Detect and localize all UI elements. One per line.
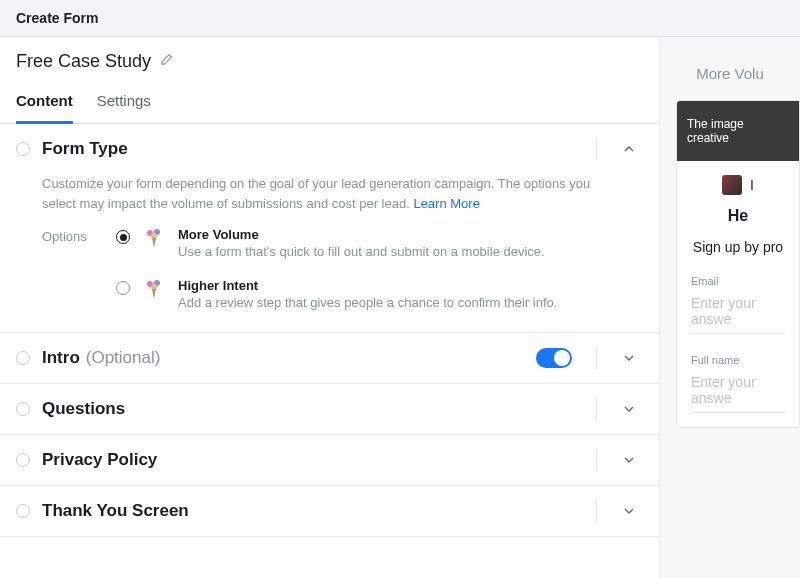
field-label: Email: [691, 275, 785, 287]
section-thank-you: Thank You Screen: [0, 486, 659, 537]
option-desc: Add a review step that gives people a ch…: [178, 293, 643, 313]
section-intro-head[interactable]: Intro (Optional): [0, 333, 659, 383]
tabs: Content Settings: [0, 82, 659, 124]
bullet-icon: [16, 351, 30, 365]
option-higher-intent[interactable]: Higher Intent Add a review step that giv…: [116, 278, 643, 313]
section-title: Form Type: [42, 139, 578, 159]
learn-more-link[interactable]: Learn More: [413, 196, 479, 211]
options-label: Options: [42, 227, 98, 312]
radio-icon[interactable]: [116, 281, 130, 295]
bouquet-icon: [142, 226, 166, 250]
section-form-type: Form Type Customize your form depending …: [0, 124, 659, 333]
edit-icon[interactable]: [159, 53, 173, 70]
section-questions: Questions: [0, 384, 659, 435]
chevron-down-icon[interactable]: [615, 401, 643, 417]
section-intro: Intro (Optional): [0, 333, 659, 384]
avatar: [722, 175, 742, 195]
option-title: Higher Intent: [178, 278, 643, 293]
section-title: Questions: [42, 399, 578, 419]
field-label: Full name: [691, 354, 785, 366]
section-title: Intro (Optional): [42, 348, 524, 368]
divider: [596, 449, 597, 471]
chevron-down-icon[interactable]: [615, 503, 643, 519]
preview-field-email: Email Enter your answe: [677, 269, 799, 348]
chevron-down-icon[interactable]: [615, 452, 643, 468]
option-more-volume[interactable]: More Volume Use a form that's quick to f…: [116, 227, 643, 262]
divider: [596, 138, 597, 160]
preview-banner: The image creative: [677, 101, 799, 161]
field-input[interactable]: Enter your answe: [691, 295, 785, 334]
section-thankyou-head[interactable]: Thank You Screen: [0, 486, 659, 536]
field-input[interactable]: Enter your answe: [691, 374, 785, 413]
chevron-up-icon[interactable]: [615, 141, 643, 157]
bullet-icon: [16, 142, 30, 156]
preview-signup: Sign up by pro: [677, 239, 799, 269]
preview-field-fullname: Full name Enter your answe: [677, 348, 799, 427]
divider: [596, 398, 597, 420]
section-privacy-policy: Privacy Policy: [0, 435, 659, 486]
form-type-description: Customize your form depending on the goa…: [42, 174, 602, 213]
brand-initial: I: [750, 177, 754, 193]
divider: [596, 500, 597, 522]
bullet-icon: [16, 453, 30, 467]
section-title: Thank You Screen: [42, 501, 578, 521]
option-desc: Use a form that's quick to fill out and …: [178, 242, 643, 262]
section-form-type-head[interactable]: Form Type: [0, 124, 659, 174]
radio-icon[interactable]: [116, 230, 130, 244]
bullet-icon: [16, 504, 30, 518]
preview-card: The image creative I He Sign up by pro E…: [676, 100, 800, 428]
preview-heading: He: [677, 199, 799, 239]
divider: [596, 347, 597, 369]
chevron-down-icon[interactable]: [615, 350, 643, 366]
preview-mode-label: More Volu: [660, 55, 800, 100]
preview-panel: More Volu The image creative I He Sign u…: [660, 37, 800, 578]
preview-brand-row: I: [677, 161, 799, 199]
modal-title: Create Form: [0, 0, 800, 37]
form-name: Free Case Study: [16, 51, 151, 72]
intro-toggle[interactable]: [536, 348, 572, 368]
option-title: More Volume: [178, 227, 643, 242]
tab-content[interactable]: Content: [16, 82, 73, 124]
form-name-row[interactable]: Free Case Study: [0, 37, 659, 82]
tab-settings[interactable]: Settings: [97, 82, 151, 124]
section-title: Privacy Policy: [42, 450, 578, 470]
left-panel: Free Case Study Content Settings Form Ty…: [0, 37, 660, 578]
bouquet-icon: [142, 277, 166, 301]
bullet-icon: [16, 402, 30, 416]
section-privacy-head[interactable]: Privacy Policy: [0, 435, 659, 485]
section-questions-head[interactable]: Questions: [0, 384, 659, 434]
